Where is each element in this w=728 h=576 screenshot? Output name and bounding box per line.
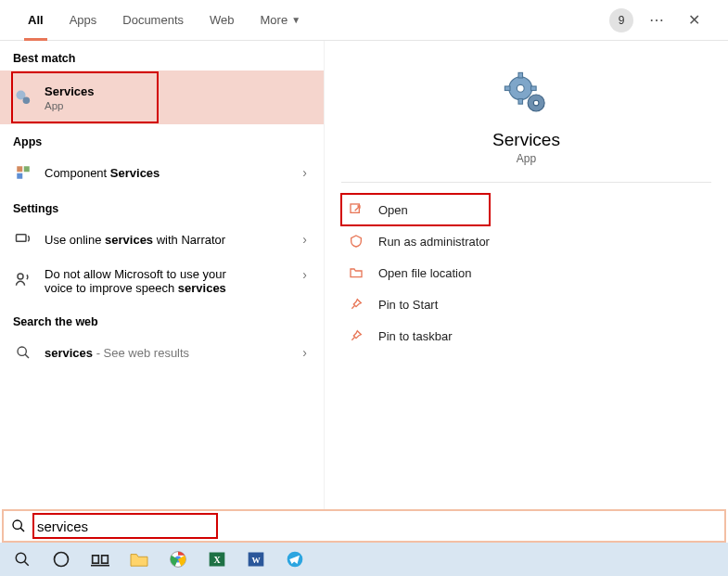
chevron-right-icon: › [299, 232, 311, 247]
web-item-label: services - See web results [45, 346, 189, 360]
taskbar-telegram-icon[interactable] [276, 544, 313, 574]
apps-item-component-services[interactable]: Component Services › [0, 154, 324, 191]
svg-point-22 [55, 553, 69, 567]
svg-point-1 [23, 97, 31, 105]
best-match-item[interactable]: Services App [0, 70, 324, 124]
settings-item-label: Use online services with Narrator [45, 233, 225, 247]
settings-header: Settings [0, 191, 324, 221]
divider [341, 182, 711, 183]
action-open-location[interactable]: Open file location [341, 257, 711, 288]
action-open-label: Open [378, 203, 408, 217]
best-match-header: Best match [0, 41, 324, 70]
svg-rect-24 [102, 556, 109, 563]
svg-rect-11 [518, 72, 523, 78]
chevron-right-icon: › [299, 165, 311, 180]
action-pin-taskbar-label: Pin to taskbar [378, 329, 453, 343]
best-match-title: Services [45, 84, 311, 98]
account-badge[interactable]: 9 [609, 8, 633, 32]
svg-text:W: W [251, 556, 261, 565]
search-input[interactable] [37, 518, 213, 534]
chevron-right-icon: › [299, 345, 311, 360]
tab-documents[interactable]: Documents [109, 0, 197, 41]
services-icon [13, 87, 33, 108]
pin-icon [347, 326, 365, 345]
action-open[interactable]: Open [341, 194, 490, 225]
tab-more[interactable]: More ▼ [248, 0, 314, 41]
tab-more-label: More [261, 13, 288, 27]
svg-text:X: X [213, 555, 221, 565]
action-open-location-label: Open file location [378, 266, 471, 280]
tab-web[interactable]: Web [197, 0, 248, 41]
taskbar-taskview-icon[interactable] [82, 544, 119, 574]
more-options-icon[interactable]: ⋯ [643, 6, 671, 34]
apps-item-label: Component Services [45, 166, 160, 180]
pin-icon [347, 295, 365, 314]
tab-apps[interactable]: Apps [57, 0, 110, 41]
search-icon [11, 518, 26, 533]
action-pin-start[interactable]: Pin to Start [341, 288, 711, 320]
component-services-icon [13, 162, 33, 183]
apps-header: Apps [0, 124, 324, 154]
tab-all[interactable]: All [15, 0, 57, 41]
action-run-admin[interactable]: Run as administrator [341, 225, 711, 257]
settings-item-speech[interactable]: Do not allow Microsoft to use your voice… [0, 258, 324, 304]
svg-point-6 [18, 274, 23, 279]
svg-rect-4 [17, 173, 22, 179]
narrator-icon [13, 229, 33, 250]
search-tabs: All Apps Documents Web More ▼ 9 ⋯ ✕ [0, 0, 728, 41]
open-icon [347, 200, 365, 219]
svg-line-19 [20, 528, 24, 531]
svg-rect-13 [504, 86, 510, 91]
close-icon[interactable]: ✕ [680, 6, 708, 34]
results-list: Best match Services App Apps Component S… [0, 41, 325, 509]
taskbar-search-icon[interactable] [4, 544, 41, 574]
taskbar-excel-icon[interactable]: X [198, 544, 236, 574]
taskbar-word-icon[interactable]: W [237, 544, 275, 574]
svg-line-21 [24, 561, 29, 566]
web-item[interactable]: services - See web results › [0, 334, 324, 371]
taskbar: X W [0, 543, 728, 576]
chevron-down-icon: ▼ [291, 15, 300, 25]
taskbar-cortana-icon[interactable] [43, 544, 80, 574]
svg-point-16 [533, 100, 539, 106]
svg-rect-12 [518, 99, 523, 105]
admin-icon [347, 232, 365, 250]
action-pin-taskbar[interactable]: Pin to taskbar [341, 320, 711, 352]
chevron-right-icon: › [299, 267, 311, 282]
action-pin-start-label: Pin to Start [378, 298, 438, 312]
search-bar[interactable] [2, 509, 726, 543]
speech-icon [13, 269, 33, 289]
svg-rect-23 [93, 556, 99, 563]
svg-rect-2 [17, 166, 22, 172]
svg-rect-3 [24, 166, 30, 172]
folder-icon [347, 263, 365, 282]
svg-rect-5 [17, 235, 27, 242]
search-icon [13, 342, 33, 363]
action-run-admin-label: Run as administrator [378, 235, 490, 249]
svg-point-7 [18, 347, 26, 355]
svg-line-8 [25, 354, 29, 358]
settings-item-label: Do not allow Microsoft to use your voice… [45, 267, 299, 295]
taskbar-chrome-icon[interactable] [160, 544, 197, 574]
preview-sub: App [341, 152, 711, 165]
settings-item-narrator[interactable]: Use online services with Narrator › [0, 221, 324, 258]
web-header: Search the web [0, 304, 324, 334]
svg-point-10 [517, 84, 524, 92]
svg-point-20 [16, 553, 26, 563]
preview-title: Services [341, 130, 711, 150]
taskbar-file-explorer-icon[interactable] [121, 544, 158, 574]
svg-point-18 [13, 520, 21, 529]
preview-app-icon [499, 67, 555, 122]
preview-panel: Services App Open Run as administrator O… [325, 41, 728, 509]
svg-rect-14 [530, 86, 536, 91]
best-match-sub: App [45, 100, 311, 111]
